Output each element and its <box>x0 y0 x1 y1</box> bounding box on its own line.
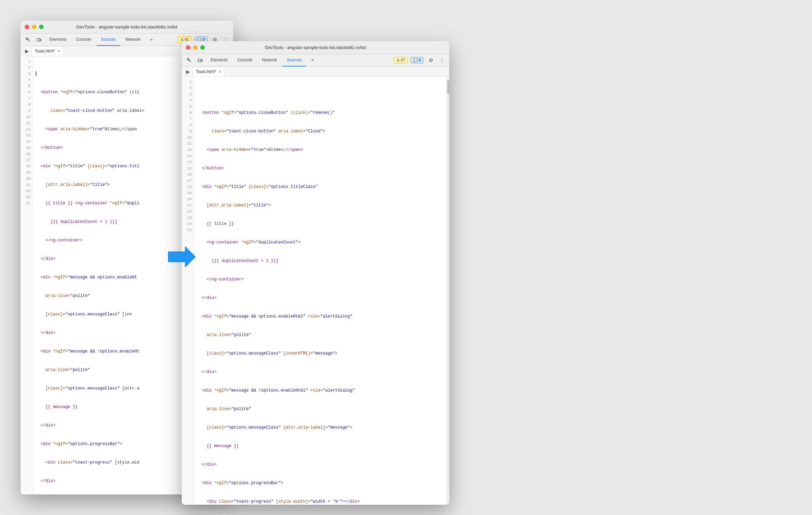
tab-elements-front[interactable]: Elements <box>206 54 232 67</box>
file-tab-label-front: Toast.html* <box>196 69 216 74</box>
svg-rect-6 <box>201 60 202 61</box>
inspector-icon[interactable] <box>23 35 33 45</box>
scrollbar-front[interactable] <box>446 77 449 505</box>
close-button-back[interactable] <box>25 25 29 29</box>
device-icon-front[interactable] <box>195 56 205 65</box>
traffic-lights-front[interactable] <box>186 45 205 50</box>
devtools-toolbar-front: Elements Console Network Sources » ⚠ 27 … <box>182 54 449 67</box>
close-button-front[interactable] <box>186 45 190 50</box>
file-tab-label-back: Toast.html* <box>35 49 55 53</box>
titlebar-front: DevTools - angular-sample-todo-list.stac… <box>182 41 449 54</box>
traffic-lights-back[interactable] <box>25 25 44 29</box>
inspector-icon-front[interactable] <box>184 56 194 65</box>
tab-more-front[interactable]: » <box>307 54 318 67</box>
info-badge-front[interactable]: 💬 1 <box>410 57 424 63</box>
tab-network-back[interactable]: Network <box>121 34 145 46</box>
minimize-button-front[interactable] <box>193 45 198 50</box>
tab-console-front[interactable]: Console <box>233 54 256 67</box>
code-panel-front: 12345 678910 1112131415 1617181920 21222… <box>182 77 449 505</box>
settings-icon-front[interactable]: ⚙ <box>426 56 435 65</box>
more-icon-front[interactable]: ⋮ <box>437 56 446 65</box>
file-tab-close-back[interactable]: ✕ <box>57 49 60 53</box>
devtools-window-front: DevTools - angular-sample-todo-list.stac… <box>182 41 449 505</box>
code-editor-front: 12345 678910 1112131415 1617181920 21222… <box>182 77 449 505</box>
file-tab-close-front[interactable]: ✕ <box>218 70 222 74</box>
maximize-button-front[interactable] <box>200 45 205 50</box>
svg-marker-3 <box>168 247 195 267</box>
tab-sources-front[interactable]: Sources <box>283 54 306 67</box>
file-tab-toast-front[interactable]: Toast.html* ✕ <box>193 67 225 76</box>
tab-more-back[interactable]: » <box>146 34 157 46</box>
device-icon[interactable] <box>34 35 44 45</box>
tab-elements-back[interactable]: Elements <box>45 34 71 46</box>
scrollbar-thumb-front[interactable] <box>447 80 449 94</box>
maximize-button-back[interactable] <box>39 25 44 29</box>
window-title-back: DevTools - angular-sample-todo-list.stac… <box>76 24 178 29</box>
svg-rect-5 <box>198 59 201 62</box>
code-text-front: <button *ngIf="options.closeButton" (cli… <box>194 77 446 505</box>
warn-badge-front[interactable]: ⚠ 27 <box>394 57 408 63</box>
tab-console-back[interactable]: Console <box>72 34 95 46</box>
file-tab-toast-back[interactable]: Toast.html* ✕ <box>32 46 63 56</box>
svg-rect-2 <box>40 39 41 41</box>
titlebar-back: DevTools - angular-sample-todo-list.stac… <box>21 21 233 34</box>
line-numbers-back: 12345 678910 1112131415 1617181920 21222… <box>21 56 33 494</box>
tab-sources-back[interactable]: Sources <box>97 34 120 46</box>
svg-rect-1 <box>37 38 40 41</box>
window-title-front: DevTools - angular-sample-todo-list.stac… <box>265 45 366 50</box>
file-tab-bar-front: ▶ Toast.html* ✕ <box>182 67 449 77</box>
line-numbers-front: 12345 678910 1112131415 1617181920 21222… <box>182 77 194 505</box>
play-icon-back[interactable]: ▶ <box>23 48 30 55</box>
arrow <box>168 247 195 268</box>
tab-network-front[interactable]: Network <box>258 54 281 67</box>
minimize-button-back[interactable] <box>32 25 36 29</box>
play-icon-front[interactable]: ▶ <box>184 68 191 75</box>
